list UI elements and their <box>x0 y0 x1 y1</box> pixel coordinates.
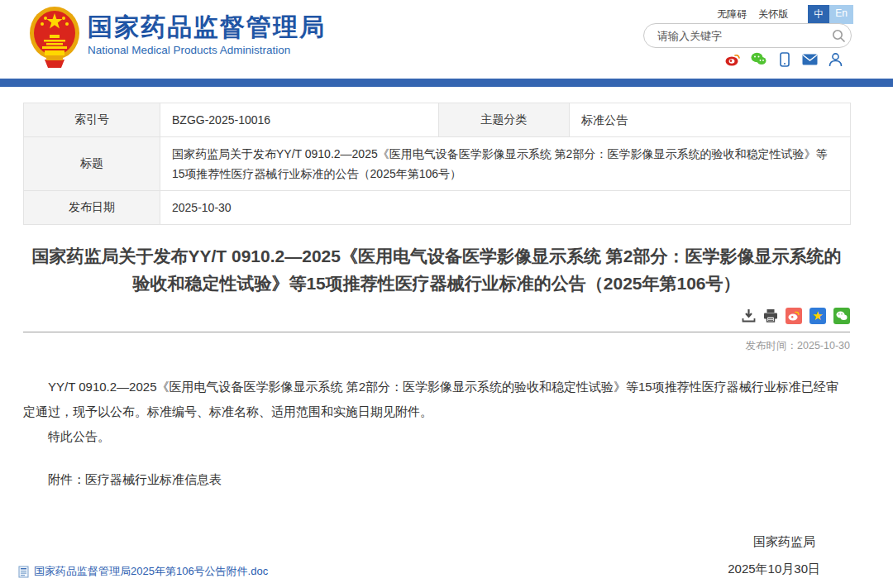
download-button[interactable] <box>742 308 756 323</box>
body-paragraph: YY/T 0910.2—2025《医用电气设备医学影像显示系统 第2部分：医学影… <box>23 375 850 424</box>
national-emblem-logo <box>28 5 81 68</box>
topic-category-value: 标准公告 <box>570 103 851 137</box>
publish-date-label: 发布日期 <box>24 191 160 225</box>
attachment-reference: 附件：医疗器械行业标准信息表 <box>23 472 850 488</box>
accessibility-link[interactable]: 无障碍 <box>717 7 747 22</box>
lang-zh-button[interactable]: 中 <box>808 5 829 24</box>
lang-en-button[interactable]: En <box>829 5 853 24</box>
brand-block: 国家药品监督管理局 National Medical Products Admi… <box>88 13 326 56</box>
print-button[interactable] <box>763 308 778 323</box>
article-toolbar: ★ <box>23 307 850 324</box>
signature-agency: 国家药监局 <box>23 534 850 550</box>
wechat-icon[interactable] <box>751 51 766 67</box>
publish-date-value: 2025-10-30 <box>160 191 851 225</box>
site-header: 国家药品监督管理局 National Medical Products Admi… <box>0 0 893 79</box>
header-social-icons <box>725 51 843 67</box>
print-icon <box>763 308 778 323</box>
body-paragraph: 特此公告。 <box>23 424 850 449</box>
topic-category-label: 主题分类 <box>439 103 570 137</box>
share-weibo-button[interactable] <box>786 308 802 324</box>
main-content: 索引号 BZGG-2025-10016 主题分类 标准公告 标题 国家药监局关于… <box>23 103 850 577</box>
mobile-icon[interactable] <box>776 51 792 67</box>
table-row: 索引号 BZGG-2025-10016 主题分类 标准公告 <box>24 103 851 137</box>
search-box <box>643 23 852 48</box>
search-icon <box>832 29 846 43</box>
download-icon <box>742 308 756 323</box>
language-toggle: 中 En <box>808 5 853 24</box>
share-wechat-button[interactable] <box>833 308 850 324</box>
doc-file-icon <box>18 566 31 578</box>
table-row: 发布日期 2025-10-30 <box>24 191 851 225</box>
header-divider-bar <box>0 79 893 87</box>
utility-links: 无障碍 关怀版 中 En <box>717 5 853 24</box>
publish-time: 发布时间：2025-10-30 <box>23 339 850 353</box>
care-version-link[interactable]: 关怀版 <box>758 7 788 22</box>
search-input[interactable] <box>644 30 826 42</box>
document-info-table: 索引号 BZGG-2025-10016 主题分类 标准公告 标题 国家药监局关于… <box>23 103 851 225</box>
share-qzone-icon: ★ <box>809 308 826 324</box>
share-qzone-button[interactable]: ★ <box>809 308 826 324</box>
index-number-label: 索引号 <box>24 103 160 137</box>
attachment-download-row: 国家药品监督管理局2025年第106号公告附件.doc <box>18 564 268 579</box>
weibo-icon[interactable] <box>725 51 741 67</box>
site-title: 国家药品监督管理局 <box>88 13 326 41</box>
index-number-value: BZGG-2025-10016 <box>160 103 439 137</box>
table-row: 标题 国家药监局关于发布YY/T 0910.2—2025《医用电气设备医学影像显… <box>24 137 851 191</box>
mail-icon[interactable] <box>802 51 818 67</box>
doc-title-label: 标题 <box>24 137 160 191</box>
search-button[interactable] <box>826 24 851 47</box>
doc-title-value: 国家药监局关于发布YY/T 0910.2—2025《医用电气设备医学影像显示系统… <box>160 137 851 191</box>
attachment-doc-link[interactable]: 国家药品监督管理局2025年第106号公告附件.doc <box>34 564 268 579</box>
article-body: YY/T 0910.2—2025《医用电气设备医学影像显示系统 第2部分：医学影… <box>23 375 850 449</box>
user-icon[interactable] <box>828 51 843 67</box>
share-wechat-icon <box>833 308 850 324</box>
site-subtitle: National Medical Products Administration <box>88 44 326 56</box>
page-title: 国家药监局关于发布YY/T 0910.2—2025《医用电气设备医学影像显示系统… <box>23 242 850 297</box>
title-divider <box>23 332 850 332</box>
share-weibo-icon <box>786 308 802 324</box>
